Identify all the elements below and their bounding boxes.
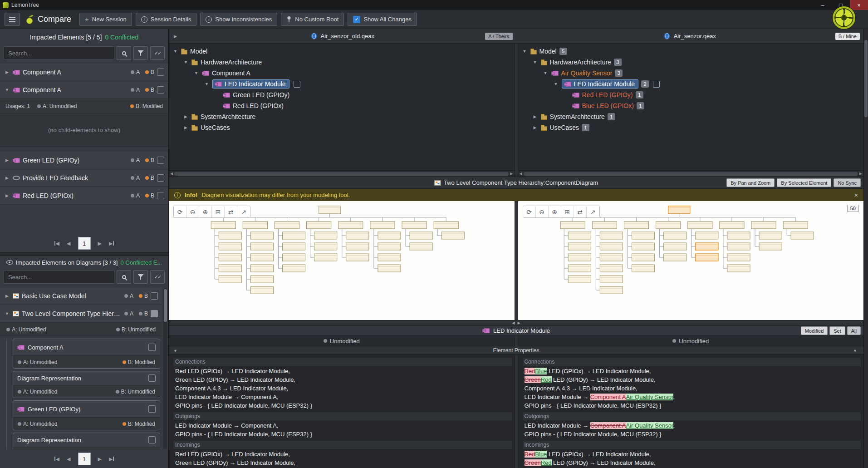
chevron-down-icon[interactable]: ▼ xyxy=(522,49,528,54)
scroll-right-icon[interactable]: ▶ xyxy=(510,172,513,176)
zoom-out-button[interactable]: ⊖ xyxy=(536,206,549,217)
show-inconsistencies-button[interactable]: i Show Inconsistencies xyxy=(200,13,277,26)
next-page-button[interactable]: ▶ xyxy=(98,456,102,462)
filter-modified-button[interactable]: Modified xyxy=(801,326,828,335)
collapse-properties-icon[interactable]: ▼ xyxy=(173,349,177,353)
diagram-pane-b[interactable]: ⟳ ⊖ ⊕ ⊞ ⇄ ↗ 50 xyxy=(518,201,864,320)
first-page-button[interactable]: ◀ xyxy=(54,456,59,462)
chevron-down-icon[interactable]: ▼ xyxy=(543,71,549,75)
list-item[interactable]: ▼ Component A A B xyxy=(0,81,168,99)
selected-tree-node[interactable]: LED Indicator Module xyxy=(212,79,289,89)
chevron-down-icon[interactable]: ▼ xyxy=(193,71,199,75)
item-checkbox[interactable] xyxy=(148,344,156,351)
prev-page-button[interactable]: ◀ xyxy=(67,456,70,462)
zoom-in-button[interactable]: ⊕ xyxy=(549,206,561,217)
select-all-button[interactable]: ✓✓ xyxy=(150,46,165,60)
swap-sides-button[interactable]: ⇄ xyxy=(574,206,587,217)
list-item[interactable]: ▶ Basic Use Case Model A B xyxy=(0,287,162,305)
zoom-in-button[interactable]: ⊕ xyxy=(199,206,212,217)
prev-page-button[interactable]: ◀ xyxy=(67,241,70,246)
tree-node-component-a[interactable]: ▼ Component A xyxy=(169,68,515,79)
chevron-down-icon[interactable]: ▼ xyxy=(553,82,559,86)
chevron-right-icon[interactable]: ▶ xyxy=(4,158,10,163)
list-item[interactable]: ▶ Red LED (GPIOx) A B xyxy=(0,187,168,205)
item-checkbox[interactable] xyxy=(148,436,156,443)
fit-to-view-button[interactable]: ⊞ xyxy=(561,206,574,217)
tree-node-red-led[interactable]: ▶ Red LED (GPIOx) xyxy=(169,100,515,111)
item-checkbox[interactable] xyxy=(151,310,158,317)
diagram-representation-card[interactable]: Diagram Representation A: Unmodified B: … xyxy=(13,371,160,398)
horizontal-scrollbar[interactable]: ◀ ▶ xyxy=(169,170,515,177)
list-item[interactable]: ▶ Green LED (GPIOy) A B xyxy=(0,152,168,169)
fit-to-view-button[interactable]: ⊞ xyxy=(212,206,225,217)
filter-button[interactable] xyxy=(133,46,148,60)
filter-set-button[interactable]: Set xyxy=(829,326,845,335)
sidebar-section-divider[interactable] xyxy=(0,252,168,256)
chevron-down-icon[interactable]: ▼ xyxy=(172,49,178,54)
tree-node-model[interactable]: ▼ Model xyxy=(169,46,515,57)
chevron-down-icon[interactable]: ▼ xyxy=(204,82,210,86)
chevron-right-icon[interactable]: ▶ xyxy=(4,193,10,198)
element-properties-header[interactable]: ▼ Element Properties ▼ xyxy=(169,346,863,355)
item-checkbox[interactable] xyxy=(148,374,156,382)
component-diagram-canvas-a[interactable] xyxy=(169,201,515,320)
collapse-properties-icon[interactable]: ▼ xyxy=(853,349,857,353)
zoom-out-button[interactable]: ⊖ xyxy=(186,206,199,217)
last-page-button[interactable]: ▶ xyxy=(109,241,114,246)
scrollbar-thumb[interactable] xyxy=(164,289,167,322)
search-input[interactable] xyxy=(4,46,114,60)
close-button[interactable]: × xyxy=(850,0,868,10)
diagram-pane-a[interactable]: ⟳ ⊖ ⊕ ⊞ ⇄ ↗ xyxy=(169,201,515,320)
chevron-right-icon[interactable]: ▶ xyxy=(4,294,10,298)
chevron-down-icon[interactable]: ▼ xyxy=(4,311,10,316)
search-button[interactable] xyxy=(117,270,131,284)
diagram-element-card[interactable]: Green LED (GPIOy) A: Unmodified B: Modif… xyxy=(13,400,160,430)
list-item[interactable]: ▶ Component A A B xyxy=(0,64,168,81)
chevron-right-icon[interactable]: ▶ xyxy=(4,176,10,180)
item-checkbox[interactable] xyxy=(157,157,164,164)
chevron-right-icon[interactable]: ▶ xyxy=(183,114,189,119)
tree-node-led-indicator-module[interactable]: ▼ LED Indicator Module xyxy=(169,79,515,89)
selected-tree-node[interactable]: LED Indicator Module xyxy=(562,79,639,89)
scrollbar-thumb[interactable] xyxy=(524,172,858,176)
open-external-button[interactable]: ↗ xyxy=(587,206,599,217)
sync-by-selected-element-button[interactable]: By Selected Element xyxy=(777,178,831,187)
chevron-right-icon[interactable]: ▶ xyxy=(183,125,189,130)
tree-node-led-indicator-module[interactable]: ▼ LED Indicator Module 2 xyxy=(518,79,864,89)
item-checkbox[interactable] xyxy=(157,69,164,76)
open-external-button[interactable]: ↗ xyxy=(237,206,250,217)
horizontal-splitter[interactable]: ◀ ▶ xyxy=(169,320,863,326)
tree-node-usecases[interactable]: ▶ UseCases xyxy=(169,122,515,133)
sidebar-scrollbar[interactable] xyxy=(163,288,167,449)
scrollbar-thumb[interactable] xyxy=(864,40,868,117)
last-page-button[interactable]: ▶ xyxy=(109,456,114,462)
chevron-right-icon[interactable]: ▶ xyxy=(4,70,10,74)
tree-node-green-led[interactable]: ▶ Green LED (GPIOy) xyxy=(169,89,515,100)
filter-button[interactable] xyxy=(133,270,148,284)
tree-node-model[interactable]: ▼ Model 5 xyxy=(518,46,864,57)
tree-node-checkbox[interactable] xyxy=(294,81,300,88)
diagram-divider[interactable] xyxy=(515,201,518,320)
list-item[interactable]: ▶ Provide LED Feedback A B xyxy=(0,169,168,187)
tree-node-usecases[interactable]: ▶ UseCases 1 xyxy=(518,122,864,133)
chevron-right-icon[interactable]: ▶ xyxy=(172,34,178,39)
session-details-button[interactable]: i Session Details xyxy=(136,13,197,26)
chevron-right-icon[interactable]: ▶ xyxy=(532,125,538,130)
search-input[interactable] xyxy=(4,270,114,284)
swap-sides-button[interactable]: ⇄ xyxy=(225,206,237,217)
chevron-right-icon[interactable]: ▶ xyxy=(532,114,538,119)
filter-all-button[interactable]: All xyxy=(847,326,861,335)
component-diagram-canvas-b[interactable] xyxy=(518,201,864,320)
list-item[interactable]: ▼ Two Level Component Type Hiera... A B xyxy=(0,305,162,323)
tree-node-systemarchitecture[interactable]: ▶ SystemArchitecture 1 xyxy=(518,111,864,122)
main-scrollbar[interactable] xyxy=(863,29,868,468)
scroll-left-icon[interactable]: ◀ xyxy=(170,172,173,176)
scrollbar-thumb[interactable] xyxy=(174,172,509,176)
close-icon[interactable]: × xyxy=(854,192,858,199)
chevron-down-icon[interactable]: ▼ xyxy=(183,60,189,64)
tree-node-hardwarearchitecture[interactable]: ▼ HardwareArchitecture 3 xyxy=(518,57,864,68)
sync-by-pan-zoom-button[interactable]: By Pan and Zoom xyxy=(726,178,775,187)
scroll-left-icon[interactable]: ◀ xyxy=(520,172,522,176)
search-button[interactable] xyxy=(117,46,131,60)
tree-node-hardwarearchitecture[interactable]: ▼ HardwareArchitecture xyxy=(169,57,515,68)
